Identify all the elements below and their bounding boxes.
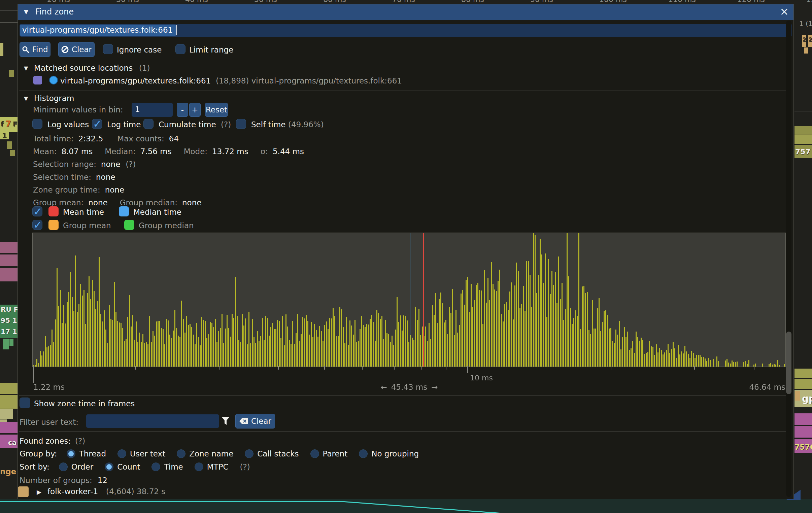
self-time-checkbox[interactable] xyxy=(236,119,246,129)
selection-range-help[interactable]: (?) xyxy=(125,160,136,169)
matched-entry[interactable]: virtual-programs/gpu/textures.folk:661 xyxy=(60,77,211,85)
zone-time-in-frames-checkbox[interactable] xyxy=(20,398,30,408)
min-bin-input[interactable]: 1 xyxy=(132,103,173,117)
group-mean-label: Group mean xyxy=(63,221,111,230)
log-values-label: Log values xyxy=(48,120,89,129)
find-button[interactable]: Find xyxy=(20,42,51,57)
group-row-info: (4,604) 38.72 s xyxy=(106,487,165,496)
sort-by-mtpc[interactable]: MTPC xyxy=(195,462,229,471)
search-icon xyxy=(22,46,29,53)
find-zone-window: ▼ Find zone × virtual-programs/gpu/textu… xyxy=(18,4,794,499)
axis-tick xyxy=(394,366,395,370)
radio-icon xyxy=(105,462,113,471)
axis-max-wrap: 46.64 ms xyxy=(33,383,785,392)
cumulate-help[interactable]: (?) xyxy=(221,120,231,129)
screen: 20 ms30 ms40 ms50 ms60 ms70 ms80 ms90 ms… xyxy=(0,0,812,513)
window-title: Find zone xyxy=(35,7,74,17)
reset-button[interactable]: Reset xyxy=(205,103,228,117)
filter-input[interactable] xyxy=(86,415,219,428)
filter-label: Filter user text: xyxy=(20,418,79,427)
sort-by-order[interactable]: Order xyxy=(59,462,93,471)
window-titlebar[interactable]: ▼ Find zone × xyxy=(18,4,793,20)
close-icon[interactable]: × xyxy=(780,5,789,18)
collapse-icon[interactable]: ▼ xyxy=(24,8,28,15)
divider xyxy=(19,395,790,396)
source-color-swatch[interactable] xyxy=(33,76,42,85)
group-median-label: Group median xyxy=(139,221,194,230)
log-time-checkbox[interactable] xyxy=(92,119,102,129)
limit-range-checkbox[interactable] xyxy=(175,44,185,54)
divider xyxy=(19,431,790,431)
axis-tick xyxy=(754,366,754,370)
axis-tick xyxy=(324,366,325,370)
histogram-header[interactable]: Histogram xyxy=(34,94,74,103)
scrollbar-thumb[interactable] xyxy=(786,332,791,394)
bin-increase-button[interactable]: + xyxy=(189,103,201,117)
radio-icon xyxy=(151,462,160,471)
collapse-icon[interactable]: ▼ xyxy=(24,65,28,72)
timeline-ruler: 20 ms30 ms40 ms50 ms60 ms70 ms80 ms90 ms… xyxy=(0,0,812,4)
divider xyxy=(19,61,790,61)
log-values-checkbox[interactable] xyxy=(32,119,42,129)
cumulate-time-label: Cumulate time xyxy=(158,120,216,129)
axis-tick xyxy=(611,366,611,370)
ruler-label: 20 ms xyxy=(47,0,70,4)
axis-tick xyxy=(135,366,136,370)
mean-lines-checkbox[interactable] xyxy=(32,206,42,217)
radio-icon xyxy=(117,449,126,458)
radio-icon xyxy=(59,462,68,471)
found-zones-help[interactable]: (?) xyxy=(75,436,85,445)
matched-header[interactable]: Matched source locations xyxy=(34,64,133,73)
stats-row-totals: Total time:2:32.5 Max counts:64 xyxy=(33,134,179,143)
group-by-call-stacks[interactable]: Call stacks xyxy=(245,449,299,458)
matched-count: (1) xyxy=(139,64,150,73)
expand-arrow-icon[interactable]: ▶ xyxy=(37,488,41,495)
text-caret xyxy=(176,25,177,35)
group-median-swatch xyxy=(124,220,134,230)
bin-decrease-button[interactable]: - xyxy=(177,103,188,117)
stats-row-group: Group mean:none Group median:none xyxy=(33,198,201,207)
ruler-label: 40 ms xyxy=(185,0,208,4)
ignore-case-checkbox[interactable] xyxy=(103,44,113,54)
ruler-label: 110 ms xyxy=(668,0,696,4)
group-by-user-text[interactable]: User text xyxy=(117,449,165,458)
group-lines-checkbox[interactable] xyxy=(32,220,42,230)
radio-icon xyxy=(177,449,185,458)
group-by-parent[interactable]: Parent xyxy=(310,449,348,458)
sort-by-time[interactable]: Time xyxy=(151,462,183,471)
group-by-zone-name[interactable]: Zone name xyxy=(177,449,233,458)
clear-button[interactable]: Clear xyxy=(58,42,95,57)
min-bin-label: Minimum values in bin: xyxy=(33,105,123,114)
stats-row-mean: Mean:8.07 ms Median:7.56 ms Mode:13.72 m… xyxy=(33,147,304,156)
filter-clear-button[interactable]: Clear xyxy=(235,414,275,428)
thread-color-swatch[interactable] xyxy=(18,486,29,497)
filter-funnel-icon[interactable] xyxy=(221,417,230,426)
group-row-name[interactable]: folk-worker-1 xyxy=(48,487,98,496)
radio-icon xyxy=(245,449,254,458)
axis-tick xyxy=(219,366,220,370)
axis-tick xyxy=(362,366,362,370)
search-value: virtual-programs/gpu/textures.folk:661 xyxy=(22,26,173,34)
group-by-row: Group by: Thread User text Zone name Cal… xyxy=(20,449,430,458)
sort-by-count[interactable]: Count xyxy=(105,462,140,471)
frame-boundary-line xyxy=(0,501,339,502)
prohibition-icon xyxy=(61,46,69,54)
stats-row-selection-range: Selection range:none (?) xyxy=(33,160,136,169)
search-input[interactable]: virtual-programs/gpu/textures.folk:661 xyxy=(20,24,792,37)
group-by-no-grouping[interactable]: No grouping xyxy=(359,449,419,458)
scrollbar-track[interactable] xyxy=(786,21,791,497)
histogram-canvas[interactable] xyxy=(33,233,785,367)
ruler-label: 120 ms xyxy=(737,0,765,4)
axis-tick xyxy=(694,366,695,370)
median-time-label: Median time xyxy=(133,208,181,217)
group-by-thread[interactable]: Thread xyxy=(67,449,106,458)
sort-by-help[interactable]: (?) xyxy=(240,462,250,471)
cumulate-time-checkbox[interactable] xyxy=(143,119,153,129)
bookmark-icon: 2 xyxy=(808,35,812,47)
collapse-icon[interactable]: ▼ xyxy=(24,95,28,102)
group-by-label: Group by: xyxy=(20,449,57,458)
ruler-label: 50 ms xyxy=(254,0,277,4)
source-highlight-dot[interactable] xyxy=(49,76,58,85)
axis-tick xyxy=(467,366,468,373)
divider xyxy=(19,90,790,91)
